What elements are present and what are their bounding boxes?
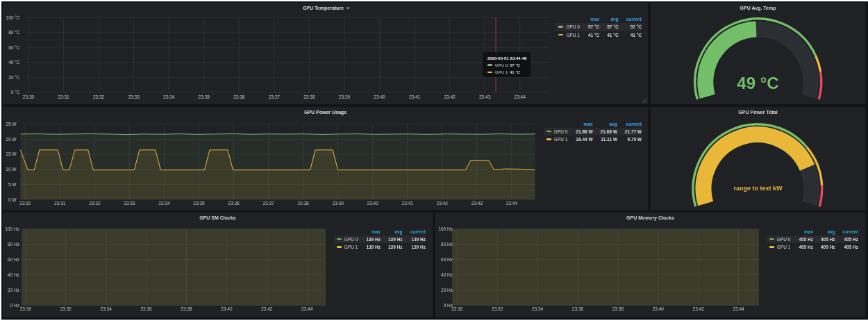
- svg-text:60 Hz: 60 Hz: [8, 257, 19, 262]
- svg-text:23:32: 23:32: [93, 94, 105, 99]
- svg-text:23:34: 23:34: [532, 306, 544, 311]
- svg-text:23:44: 23:44: [301, 306, 313, 311]
- svg-text:23:35: 23:35: [199, 94, 210, 99]
- svg-text:23:31: 23:31: [54, 201, 66, 206]
- svg-text:23:40: 23:40: [653, 306, 665, 311]
- svg-text:23:42: 23:42: [437, 201, 449, 206]
- svg-text:23:32: 23:32: [60, 306, 72, 311]
- svg-text:23:38: 23:38: [612, 306, 624, 311]
- svg-text:23:30: 23:30: [19, 201, 31, 206]
- svg-text:23:31: 23:31: [58, 94, 69, 99]
- svg-text:23:39: 23:39: [333, 201, 344, 206]
- svg-text:60 °C: 60 °C: [8, 45, 20, 50]
- svg-text:23:44: 23:44: [515, 94, 526, 99]
- svg-text:23:42: 23:42: [261, 306, 273, 311]
- svg-text:15 W: 15 W: [6, 151, 17, 156]
- svg-text:23:40: 23:40: [367, 201, 379, 206]
- svg-text:23:43: 23:43: [479, 94, 491, 99]
- svg-text:23:42: 23:42: [444, 94, 456, 99]
- svg-text:40 °C: 40 °C: [8, 60, 20, 65]
- svg-text:0 °C: 0 °C: [11, 90, 20, 94]
- svg-text:60 Hz: 60 Hz: [441, 257, 453, 262]
- svg-text:10 W: 10 W: [6, 167, 17, 172]
- svg-text:23:36: 23:36: [233, 94, 245, 99]
- svg-text:23:44: 23:44: [506, 201, 518, 206]
- svg-text:23:36: 23:36: [140, 306, 152, 311]
- svg-text:23:33: 23:33: [124, 201, 135, 206]
- svg-text:23:35: 23:35: [193, 201, 205, 206]
- svg-text:100 Hz: 100 Hz: [5, 227, 19, 231]
- svg-text:23:32: 23:32: [492, 306, 503, 311]
- svg-text:23:38: 23:38: [303, 94, 315, 99]
- svg-text:100 °C: 100 °C: [6, 15, 20, 20]
- svg-text:20 °C: 20 °C: [8, 75, 20, 80]
- svg-text:23:34: 23:34: [101, 306, 112, 311]
- svg-text:23:44: 23:44: [733, 306, 744, 311]
- svg-text:23:40: 23:40: [374, 94, 385, 99]
- svg-text:23:41: 23:41: [409, 94, 421, 99]
- svg-text:20 Hz: 20 Hz: [8, 288, 19, 293]
- svg-text:0 W: 0 W: [8, 197, 17, 202]
- svg-text:0 Hz: 0 Hz: [10, 303, 19, 308]
- svg-text:23:36: 23:36: [228, 201, 240, 206]
- svg-text:80 °C: 80 °C: [8, 30, 20, 35]
- svg-text:23:38: 23:38: [181, 306, 192, 311]
- svg-text:5 W: 5 W: [8, 182, 17, 187]
- svg-text:23:38: 23:38: [297, 201, 309, 206]
- svg-text:23:43: 23:43: [471, 201, 483, 206]
- svg-text:40 Hz: 40 Hz: [441, 272, 453, 277]
- svg-text:80 Hz: 80 Hz: [8, 242, 19, 247]
- svg-text:23:33: 23:33: [128, 94, 140, 99]
- svg-text:23:41: 23:41: [402, 201, 414, 206]
- svg-text:23:34: 23:34: [158, 201, 170, 206]
- svg-text:23:30: 23:30: [451, 306, 463, 311]
- svg-text:23:30: 23:30: [20, 306, 32, 311]
- svg-text:20 Hz: 20 Hz: [441, 288, 453, 293]
- svg-text:23:32: 23:32: [89, 201, 101, 206]
- svg-text:23:30: 23:30: [23, 94, 35, 99]
- svg-text:23:36: 23:36: [572, 306, 584, 311]
- svg-text:23:42: 23:42: [693, 306, 705, 311]
- svg-text:40 Hz: 40 Hz: [8, 272, 19, 277]
- svg-text:23:37: 23:37: [262, 201, 274, 206]
- svg-text:100 Hz: 100 Hz: [438, 227, 453, 231]
- svg-text:25 W: 25 W: [6, 122, 17, 126]
- svg-text:23:40: 23:40: [221, 306, 233, 311]
- svg-text:23:39: 23:39: [339, 94, 351, 99]
- svg-text:23:37: 23:37: [269, 94, 281, 99]
- svg-text:80 Hz: 80 Hz: [441, 242, 453, 247]
- svg-text:23:34: 23:34: [163, 94, 175, 99]
- svg-text:20 W: 20 W: [6, 137, 17, 142]
